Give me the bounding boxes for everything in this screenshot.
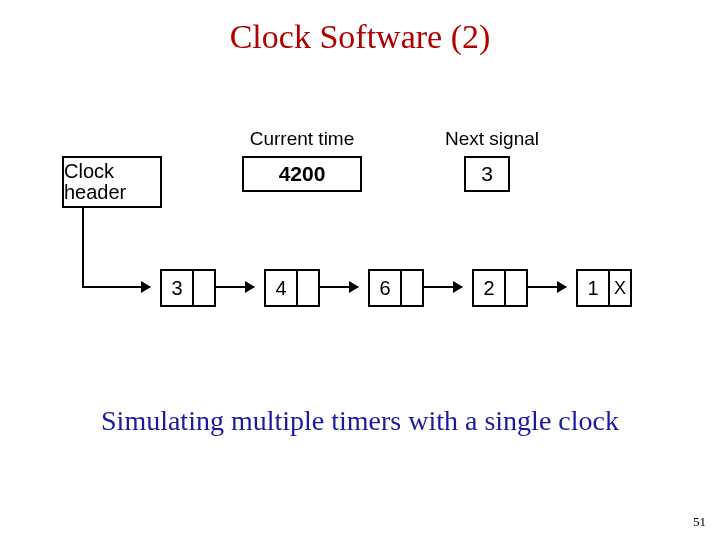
timer-diagram: Current time Next signal Clock header 42… xyxy=(62,128,658,358)
slide: Clock Software (2) Current time Next sig… xyxy=(0,0,720,540)
arrow-icon xyxy=(318,286,358,288)
list-node: 1 X xyxy=(576,269,632,307)
node-pointer xyxy=(506,271,526,305)
arrow-icon xyxy=(214,286,254,288)
current-time-box: 4200 xyxy=(242,156,362,192)
node-value: 2 xyxy=(474,271,506,305)
arrow-icon xyxy=(526,286,566,288)
next-signal-box: 3 xyxy=(464,156,510,192)
arrow-icon xyxy=(422,286,462,288)
arrow-header-to-first xyxy=(84,286,150,288)
node-pointer: X xyxy=(610,271,630,305)
list-node: 6 xyxy=(368,269,424,307)
node-value: 6 xyxy=(370,271,402,305)
node-pointer xyxy=(402,271,422,305)
list-node: 2 xyxy=(472,269,528,307)
node-value: 3 xyxy=(162,271,194,305)
header-connector-line xyxy=(82,208,84,288)
node-pointer xyxy=(298,271,318,305)
slide-title: Clock Software (2) xyxy=(0,18,720,56)
label-current-time: Current time xyxy=(222,128,382,150)
page-number: 51 xyxy=(693,514,706,530)
node-pointer xyxy=(194,271,214,305)
clock-header-box: Clock header xyxy=(62,156,162,208)
node-value: 1 xyxy=(578,271,610,305)
label-next-signal: Next signal xyxy=(432,128,552,150)
node-value: 4 xyxy=(266,271,298,305)
list-node: 3 xyxy=(160,269,216,307)
slide-caption: Simulating multiple timers with a single… xyxy=(0,405,720,437)
list-node: 4 xyxy=(264,269,320,307)
